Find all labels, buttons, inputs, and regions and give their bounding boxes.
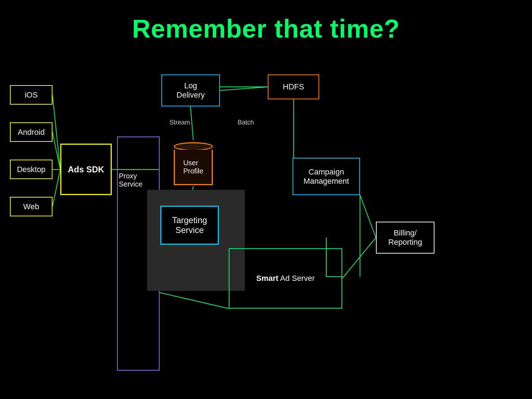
hdfs-box: HDFS [268,74,319,99]
stream-label: Stream [170,119,190,126]
svg-line-17 [160,293,229,309]
svg-line-0 [52,95,60,170]
targeting-service-box: TargetingService [160,206,219,245]
billing-reporting-box: Billing/Reporting [376,222,434,254]
smart-ad-server-box: Smart Ad Server [229,248,342,309]
log-delivery-box: LogDelivery [161,74,220,106]
svg-line-3 [52,170,60,206]
svg-line-12 [360,195,376,238]
smart-text: Smart [256,274,278,283]
diagram: iOS Android Desktop Web Ads SDK ProxySer… [0,64,532,390]
ios-box: iOS [10,85,52,105]
svg-line-18 [342,238,376,278]
page-title: Remember that time? [0,0,532,43]
svg-line-6 [190,106,193,140]
connection-lines [0,64,532,390]
android-box: Android [10,122,52,142]
ads-sdk-box: Ads SDK [60,144,112,195]
web-box: Web [10,197,52,216]
ad-server-text: Ad Server [278,274,315,283]
proxy-service-label: ProxyService [119,172,143,188]
batch-label: Batch [238,119,254,126]
desktop-box: Desktop [10,160,52,179]
campaign-management-box: CampaignManagement [293,158,360,195]
svg-line-1 [52,132,60,170]
user-profile-cylinder: UserProfile [174,140,213,186]
svg-line-5 [220,87,268,90]
